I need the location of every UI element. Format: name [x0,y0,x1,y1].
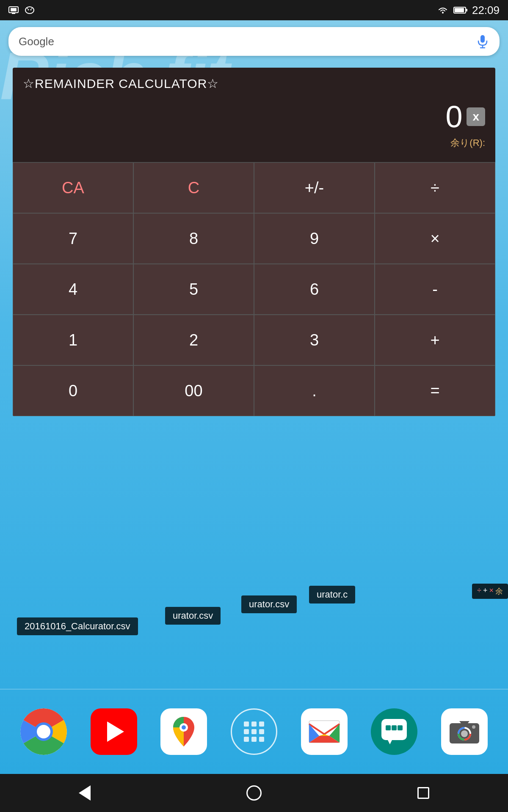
btn-7[interactable]: 7 [13,213,133,264]
calculator-widget: ☆REMAINDER CALCULATOR☆ 0 x 余り(R): CA C +… [13,68,495,416]
btn-plus-minus[interactable]: +/- [254,162,375,213]
svg-rect-12 [480,35,485,43]
remainder-mini: 余 [495,586,503,596]
calc-display: 0 x 余り(R): [13,95,495,162]
btn-divide[interactable]: ÷ [375,162,495,213]
svg-point-5 [30,9,32,11]
svg-point-19 [182,725,186,730]
btn-ca[interactable]: CA [13,162,133,213]
recent-icon [417,787,429,799]
remainder-label: 余り(R): [450,137,485,149]
btn-c[interactable]: C [133,162,254,213]
youtube-app-icon[interactable] [88,706,139,757]
btn-plus[interactable]: + [375,315,495,365]
status-icons-left [8,6,35,14]
plus-mini: + [483,586,488,596]
gmail-app-icon[interactable] [299,706,350,757]
apps-dot [244,729,249,734]
hangouts-icon-container [371,708,417,755]
calc-title: ☆REMAINDER CALCULATOR☆ [13,68,495,95]
apps-dot [251,729,257,734]
svg-rect-2 [12,13,15,14]
screen-icon [8,6,20,14]
mic-button[interactable] [476,35,489,48]
svg-rect-23 [392,725,397,730]
back-icon [79,785,91,801]
svg-rect-11 [455,8,464,12]
svg-line-7 [31,8,33,9]
maps-icon-container [160,708,207,755]
file-badges-area: ÷ + × 余 20161016_Calcurator.csv urator.c… [0,584,508,660]
file-badge-2: urator.csv [165,607,221,625]
file-badge-1: 20161016_Calcurator.csv [17,617,138,635]
svg-point-8 [442,12,444,14]
file-badge-4: urator.c [309,586,355,604]
btn-4[interactable]: 4 [13,264,133,315]
btn-00[interactable]: 00 [133,365,254,416]
hangouts-app-icon[interactable] [369,706,420,757]
dock [0,689,508,774]
btn-8[interactable]: 8 [133,213,254,264]
btn-1[interactable]: 1 [13,315,133,365]
home-icon [246,785,262,801]
apps-dot [244,721,249,727]
btn-2[interactable]: 2 [133,315,254,365]
recent-apps-button[interactable] [411,780,436,806]
svg-point-17 [37,725,50,738]
wifi-icon [436,6,449,14]
backspace-button[interactable]: x [467,107,485,126]
maps-app-icon[interactable] [158,706,209,757]
btn-minus[interactable]: - [375,264,495,315]
btn-6[interactable]: 6 [254,264,375,315]
backspace-icon: x [472,110,479,123]
svg-rect-24 [398,725,403,730]
apps-dot [251,737,257,742]
gmail-icon-container [301,708,348,755]
svg-point-28 [461,730,468,737]
apps-dot [244,737,249,742]
search-placeholder: Google [19,35,476,48]
android-icon [25,6,35,14]
search-bar[interactable]: Google [8,27,500,56]
apps-dot [251,721,257,727]
chrome-app-icon[interactable] [18,706,69,757]
time-display: 22:09 [472,4,500,17]
svg-rect-10 [466,9,467,11]
battery-icon [453,6,468,14]
file-badge-3: urator.csv [241,595,297,613]
svg-rect-22 [386,725,391,730]
app-drawer-icon[interactable] [229,706,279,757]
camera-icon-container [441,708,488,755]
btn-5[interactable]: 5 [133,264,254,315]
btn-multiply[interactable]: × [375,213,495,264]
status-bar: 22:09 [0,0,508,20]
svg-rect-1 [11,8,17,11]
svg-point-29 [472,725,475,729]
apps-grid-container [231,708,277,755]
back-button[interactable] [72,780,97,806]
btn-dot[interactable]: . [254,365,375,416]
apps-dot [259,729,264,734]
svg-marker-25 [388,740,392,744]
svg-line-6 [27,8,28,9]
calc-number-display: 0 [445,99,462,134]
status-icons-right: 22:09 [436,4,500,17]
svg-point-4 [28,9,29,11]
calc-buttons-grid: CA C +/- ÷ 7 8 9 × 4 5 6 - 1 2 3 + 0 00 … [13,162,495,416]
youtube-play-icon [107,721,124,742]
navigation-bar [0,774,508,812]
btn-3[interactable]: 3 [254,315,375,365]
btn-0[interactable]: 0 [13,365,133,416]
btn-9[interactable]: 9 [254,213,375,264]
divide-mini: ÷ [477,586,481,596]
btn-equals[interactable]: = [375,365,495,416]
camera-app-icon[interactable] [439,706,490,757]
home-button[interactable] [241,780,267,806]
times-mini: × [489,586,494,596]
apps-dot [259,721,264,727]
calc-mini-icon: ÷ + × 余 [472,584,508,599]
apps-dot [259,737,264,742]
